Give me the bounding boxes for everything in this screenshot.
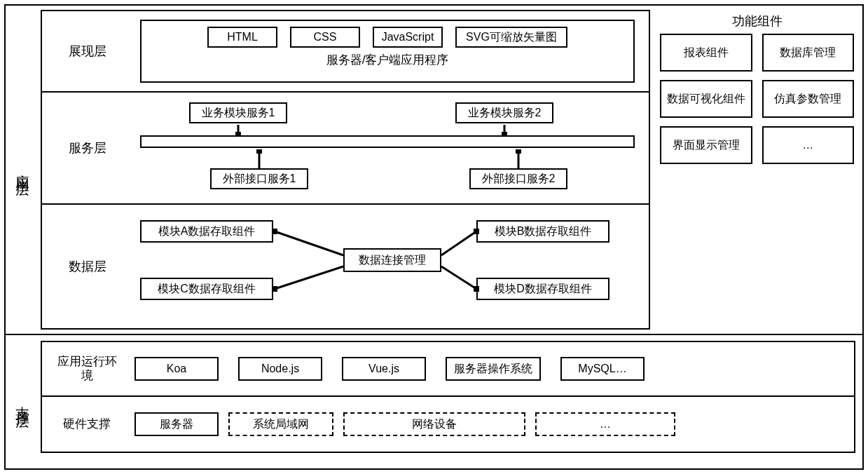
support-layer-row: 支撑层 应用运行环境 Koa Node.js Vue.js 服务器操作系统 My… [6, 335, 862, 468]
module-c-data: 模块C数据存取组件 [140, 278, 273, 300]
svg-line-9 [275, 266, 343, 289]
hardware-row: 硬件支撑 服务器 系统局域网 网络设备 … [41, 397, 855, 453]
hardware-label: 硬件支撑 [52, 417, 122, 431]
module-a-data: 模块A数据存取组件 [140, 220, 273, 243]
application-layer-label: 应用层 [6, 6, 41, 334]
presentation-layer: 展现层 HTML CSS JavaScript SVG可缩放矢量图 服务器/客户… [41, 10, 650, 93]
presentation-layer-label: 展现层 [42, 11, 133, 91]
tech-css: CSS [290, 27, 360, 48]
business-module-2: 业务模块服务2 [455, 102, 553, 123]
service-layer: 服务层 业务模块服务1 业务模块服务2 外部接口服务1 外部接口服务2 [41, 93, 650, 205]
svg-line-10 [441, 231, 476, 255]
svg-line-8 [275, 231, 343, 255]
presentation-container: HTML CSS JavaScript SVG可缩放矢量图 服务器/客户端应用程… [140, 20, 635, 83]
architecture-diagram: 应用层 展现层 HTML CSS JavaScript [4, 4, 864, 470]
hw-server: 服务器 [135, 412, 219, 436]
module-d-data: 模块D数据存取组件 [476, 278, 609, 300]
hw-lan: 系统局域网 [228, 412, 333, 436]
component-db-mgmt: 数据库管理 [762, 34, 855, 72]
component-more: … [762, 126, 855, 164]
application-layer-row: 应用层 展现层 HTML CSS JavaScript [6, 6, 862, 335]
data-layer: 数据层 模块A数据存取组件 模块C数据存取组件 数据连接管理 模块B数据存取组件… [41, 205, 650, 330]
business-module-1: 业务模块服务1 [189, 102, 287, 123]
module-b-data: 模块B数据存取组件 [476, 220, 609, 243]
external-interface-2: 外部接口服务2 [469, 168, 567, 189]
data-layer-label: 数据层 [42, 205, 133, 328]
tech-html: HTML [207, 27, 277, 48]
runtime-nodejs: Node.js [238, 357, 322, 381]
runtime-row: 应用运行环境 Koa Node.js Vue.js 服务器操作系统 MySQL… [41, 341, 855, 397]
component-data-viz: 数据可视化组件 [660, 80, 752, 118]
external-interface-1: 外部接口服务1 [210, 168, 308, 189]
functional-components-title: 功能组件 [656, 13, 858, 29]
runtime-mysql: MySQL… [560, 357, 645, 381]
runtime-server-os: 服务器操作系统 [446, 357, 541, 381]
component-ui-display: 界面显示管理 [660, 126, 752, 164]
service-bus [140, 135, 635, 148]
component-report: 报表组件 [660, 34, 752, 72]
tech-svg: SVG可缩放矢量图 [455, 27, 567, 48]
svg-rect-7 [516, 149, 521, 154]
service-layer-label: 服务层 [42, 93, 133, 203]
svg-line-11 [441, 266, 476, 289]
tech-javascript: JavaScript [373, 27, 443, 48]
data-connection-manager: 数据连接管理 [343, 248, 441, 272]
hw-more: … [535, 412, 675, 436]
hw-network-device: 网络设备 [343, 412, 525, 436]
functional-components-panel: 功能组件 报表组件 数据库管理 数据可视化组件 仿真参数管理 界面显示管理 … [656, 13, 858, 164]
runtime-vuejs: Vue.js [342, 357, 426, 381]
component-sim-params: 仿真参数管理 [762, 80, 855, 118]
runtime-koa: Koa [135, 357, 219, 381]
svg-rect-5 [256, 149, 262, 154]
support-layer-label: 支撑层 [6, 335, 41, 468]
runtime-label: 应用运行环境 [52, 355, 122, 384]
presentation-caption: 服务器/客户端应用程序 [142, 52, 633, 68]
